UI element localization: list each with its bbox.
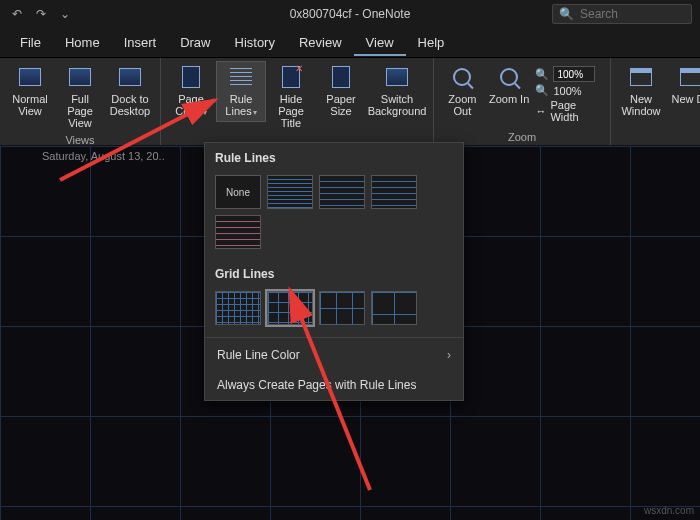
- new-window-icon: [630, 68, 652, 86]
- page-color-label: Page Color: [175, 93, 204, 117]
- normal-view-button[interactable]: Normal View: [6, 62, 54, 120]
- grid-large-swatch[interactable]: [319, 291, 365, 325]
- zoom-input[interactable]: [553, 66, 595, 82]
- always-create-label: Always Create Pages with Rule Lines: [217, 378, 416, 392]
- page-color-icon: [182, 66, 200, 88]
- switch-background-button[interactable]: Switch Background: [367, 62, 427, 120]
- ribbon-group-zoom: Zoom Out Zoom In 🔍 🔍100% ↔Page Width Zoo…: [434, 58, 611, 145]
- grid-xlarge-swatch[interactable]: [371, 291, 417, 325]
- redo-icon[interactable]: ↷: [34, 7, 48, 21]
- rule-wide-swatch[interactable]: [215, 215, 261, 249]
- qat-dropdown-icon[interactable]: ⌄: [58, 7, 72, 21]
- window-title: 0x800704cf - OneNote: [290, 7, 411, 21]
- page-date-label: Saturday, August 13, 20..: [42, 150, 165, 162]
- rule-lines-dropdown: Rule Lines None Grid Lines Rule Line Col…: [204, 142, 464, 401]
- zoom-100-icon: 🔍: [535, 84, 549, 97]
- rule-lines-icon: [230, 68, 252, 86]
- zoom-stack: 🔍 🔍100% ↔Page Width: [533, 62, 604, 127]
- rule-lines-swatches: None: [205, 171, 463, 259]
- tab-file[interactable]: File: [8, 29, 53, 56]
- chevron-down-icon: ▾: [253, 108, 257, 117]
- new-window-button[interactable]: New Window: [617, 62, 665, 120]
- rule-none-label: None: [226, 187, 250, 198]
- chevron-right-icon: ›: [447, 348, 451, 362]
- rule-lines-label: Rule Lines: [225, 93, 252, 117]
- zoom-field-icon: 🔍: [535, 68, 549, 81]
- full-page-view-icon: [69, 68, 91, 86]
- search-box[interactable]: 🔍: [552, 4, 692, 24]
- views-group-label: Views: [65, 132, 94, 146]
- rule-none-swatch[interactable]: None: [215, 175, 261, 209]
- tab-home[interactable]: Home: [53, 29, 112, 56]
- normal-view-icon: [19, 68, 41, 86]
- rule-line-color-menuitem[interactable]: Rule Line Color ›: [205, 340, 463, 370]
- new-docked-window-button[interactable]: New Do: [667, 62, 700, 108]
- ribbon: Normal View Full Page View Dock to Deskt…: [0, 58, 700, 146]
- watermark: wsxdn.com: [644, 505, 694, 516]
- page-width-icon: ↔: [535, 105, 546, 117]
- zoom-group-label: Zoom: [508, 129, 536, 143]
- page-width-button[interactable]: ↔Page Width: [535, 99, 602, 123]
- zoom-out-icon: [453, 68, 471, 86]
- grid-lines-section-title: Grid Lines: [205, 259, 463, 287]
- zoom-100-button[interactable]: 🔍100%: [535, 84, 602, 97]
- dock-label: Dock to Desktop: [108, 93, 152, 117]
- hide-page-title-button[interactable]: ✕ Hide Page Title: [267, 62, 315, 132]
- hide-title-label: Hide Page Title: [269, 93, 313, 129]
- grid-medium-swatch[interactable]: [267, 291, 313, 325]
- search-input[interactable]: [580, 7, 685, 21]
- titlebar: ↶ ↷ ⌄ 0x800704cf - OneNote 🔍: [0, 0, 700, 28]
- full-page-view-label: Full Page View: [58, 93, 102, 129]
- tab-draw[interactable]: Draw: [168, 29, 222, 56]
- ribbon-group-window: New Window New Do: [611, 58, 700, 145]
- paper-size-label: Paper Size: [319, 93, 363, 117]
- rule-narrow-swatch[interactable]: [267, 175, 313, 209]
- search-icon: 🔍: [559, 7, 574, 21]
- switch-bg-label: Switch Background: [368, 93, 427, 117]
- full-page-view-button[interactable]: Full Page View: [56, 62, 104, 132]
- zoom-in-label: Zoom In: [489, 93, 529, 105]
- tab-history[interactable]: History: [223, 29, 287, 56]
- new-window-label: New Window: [619, 93, 663, 117]
- ribbon-group-page-setup: Page Color▾ Rule Lines▾ ✕ Hide Page Titl…: [161, 58, 434, 145]
- always-create-pages-menuitem[interactable]: Always Create Pages with Rule Lines: [205, 370, 463, 400]
- zoom-out-label: Zoom Out: [442, 93, 483, 117]
- normal-view-label: Normal View: [8, 93, 52, 117]
- tab-help[interactable]: Help: [406, 29, 457, 56]
- grid-small-swatch[interactable]: [215, 291, 261, 325]
- page-width-label: Page Width: [550, 99, 602, 123]
- rule-lines-section-title: Rule Lines: [205, 143, 463, 171]
- ribbon-tabs: File Home Insert Draw History Review Vie…: [0, 28, 700, 58]
- zoom-in-button[interactable]: Zoom In: [487, 62, 532, 108]
- new-docked-icon: [680, 68, 700, 86]
- grid-lines-swatches: [205, 287, 463, 335]
- dropdown-separator: [205, 337, 463, 338]
- hide-title-icon: ✕: [282, 66, 300, 88]
- back-icon[interactable]: ↶: [10, 7, 24, 21]
- paper-size-button[interactable]: Paper Size: [317, 62, 365, 120]
- dock-to-desktop-button[interactable]: Dock to Desktop: [106, 62, 154, 120]
- dock-icon: [119, 68, 141, 86]
- ribbon-group-views: Normal View Full Page View Dock to Deskt…: [0, 58, 161, 145]
- rule-line-color-label: Rule Line Color: [217, 348, 300, 362]
- rule-college-swatch[interactable]: [319, 175, 365, 209]
- zoom-out-button[interactable]: Zoom Out: [440, 62, 485, 120]
- new-docked-label: New Do: [671, 93, 700, 105]
- tab-view[interactable]: View: [354, 29, 406, 56]
- zoom-100-label: 100%: [553, 85, 581, 97]
- page-color-button[interactable]: Page Color▾: [167, 62, 215, 121]
- rule-standard-swatch[interactable]: [371, 175, 417, 209]
- paper-size-icon: [332, 66, 350, 88]
- chevron-down-icon: ▾: [203, 108, 207, 117]
- zoom-in-icon: [500, 68, 518, 86]
- rule-lines-button[interactable]: Rule Lines▾: [217, 62, 265, 121]
- switch-bg-icon: [386, 68, 408, 86]
- tab-insert[interactable]: Insert: [112, 29, 169, 56]
- window-group-label: [664, 129, 667, 143]
- tab-review[interactable]: Review: [287, 29, 354, 56]
